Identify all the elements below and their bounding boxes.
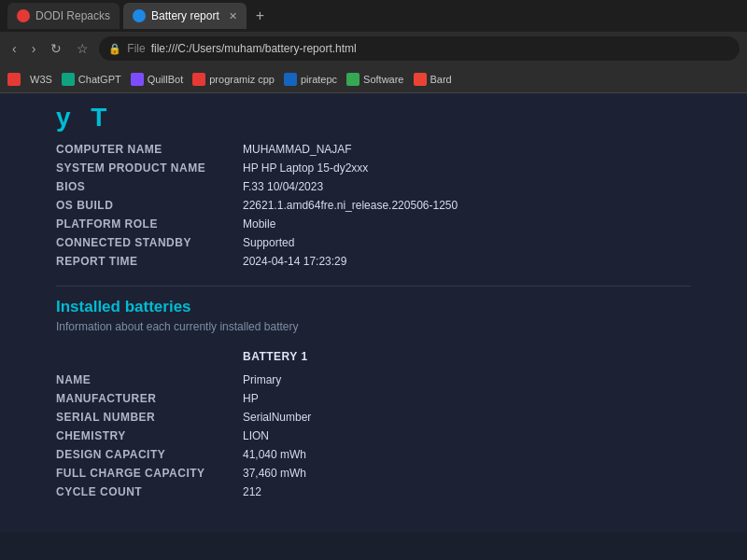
youtube-icon <box>7 73 21 86</box>
bookmark-button[interactable]: ☆ <box>72 39 93 58</box>
page-content: y T COMPUTER NAME MUHAMMAD_NAJAF SYSTEM … <box>0 93 747 532</box>
info-row-platform-role: PLATFORM ROLE Mobile <box>56 215 691 233</box>
info-row-system-product: SYSTEM PRODUCT NAME HP HP Laptop 15-dy2x… <box>56 159 691 177</box>
forward-button[interactable]: › <box>27 39 41 58</box>
value-serial-number: SerialNumber <box>243 411 311 424</box>
software-icon <box>346 73 359 86</box>
battery-tab-icon <box>133 9 146 22</box>
lock-icon: 🔒 <box>108 43 121 55</box>
bard-label: Bard <box>430 74 452 85</box>
bookmark-quillbot[interactable]: QuillBot <box>131 73 184 86</box>
chatgpt-icon <box>62 73 75 86</box>
tab-dodi[interactable]: DODI Repacks <box>7 3 120 29</box>
batteries-section-subtitle: Information about each currently install… <box>56 320 691 333</box>
value-connected-standby: Supported <box>243 236 294 249</box>
value-battery-name: Primary <box>243 373 281 386</box>
reload-button[interactable]: ↻ <box>46 39 66 58</box>
value-report-time: 2024-04-14 17:23:29 <box>243 255 346 268</box>
bookmark-chatgpt[interactable]: ChatGPT <box>62 73 121 86</box>
value-cycle-count: 212 <box>243 485 261 498</box>
label-os-build: OS BUILD <box>56 199 243 212</box>
installed-batteries-section: Installed batteries Information about ea… <box>56 298 691 501</box>
value-chemistry: LION <box>243 429 269 442</box>
value-bios: F.33 10/04/2023 <box>243 180 323 193</box>
bookmark-youtube[interactable] <box>7 73 21 86</box>
tab-battery[interactable]: Battery report ✕ <box>123 3 247 29</box>
page-header-accent: y T <box>56 103 691 133</box>
value-design-capacity: 41,040 mWh <box>243 448 306 461</box>
piratepc-icon <box>284 73 297 86</box>
piratepc-label: piratepc <box>301 74 337 85</box>
tab-bar: DODI Repacks Battery report ✕ + <box>0 0 747 32</box>
label-full-charge-capacity: FULL CHARGE CAPACITY <box>56 467 243 480</box>
info-row-bios: BIOS F.33 10/04/2023 <box>56 177 691 196</box>
file-label: File <box>127 42 145 55</box>
battery-row-name: NAME Primary <box>56 371 691 389</box>
battery-row-design-capacity: DESIGN CAPACITY 41,040 mWh <box>56 445 691 464</box>
address-bar[interactable]: 🔒 File file:///C:/Users/muham/battery-re… <box>99 36 740 61</box>
value-system-product: HP HP Laptop 15-dy2xxx <box>243 161 368 175</box>
bookmark-software[interactable]: Software <box>346 73 403 86</box>
batteries-section-title: Installed batteries <box>56 298 691 316</box>
battery-header-row: BATTERY 1 <box>56 346 691 367</box>
system-info-table: COMPUTER NAME MUHAMMAD_NAJAF SYSTEM PROD… <box>56 140 691 271</box>
label-serial-number: SERIAL NUMBER <box>56 411 243 424</box>
label-computer-name: COMPUTER NAME <box>56 143 243 156</box>
info-row-report-time: REPORT TIME 2024-04-14 17:23:29 <box>56 252 691 271</box>
address-url: file:///C:/Users/muham/battery-report.ht… <box>151 42 357 55</box>
tab-dodi-label: DODI Repacks <box>35 9 110 22</box>
bookmarks-bar: W3S ChatGPT QuillBot programiz cpp pirat… <box>0 65 747 93</box>
bookmark-piratepc[interactable]: piratepc <box>284 73 337 86</box>
nav-bar: ‹ › ↻ ☆ 🔒 File file:///C:/Users/muham/ba… <box>0 32 747 65</box>
tab-battery-label: Battery report <box>151 9 219 22</box>
label-system-product: SYSTEM PRODUCT NAME <box>56 161 243 175</box>
value-manufacturer: HP <box>243 392 259 405</box>
label-battery-name: NAME <box>56 373 243 386</box>
value-computer-name: MUHAMMAD_NAJAF <box>243 143 352 156</box>
battery-row-chemistry: CHEMISTRY LION <box>56 427 691 445</box>
bookmark-programiz[interactable]: programiz cpp <box>192 73 275 86</box>
label-cycle-count: CYCLE COUNT <box>56 485 243 498</box>
battery-col-header: BATTERY 1 <box>243 350 308 363</box>
value-os-build: 22621.1.amd64fre.ni_release.220506-1250 <box>243 199 458 212</box>
chatgpt-label: ChatGPT <box>78 74 121 85</box>
battery-row-full-charge: FULL CHARGE CAPACITY 37,460 mWh <box>56 464 691 483</box>
quillbot-icon <box>131 73 144 86</box>
info-row-connected-standby: CONNECTED STANDBY Supported <box>56 233 691 252</box>
tab-close-icon[interactable]: ✕ <box>229 10 237 22</box>
dodi-tab-icon <box>17 9 30 22</box>
battery-row-serial: SERIAL NUMBER SerialNumber <box>56 408 691 427</box>
new-tab-button[interactable]: + <box>250 7 270 24</box>
bard-icon <box>414 73 427 86</box>
label-chemistry: CHEMISTRY <box>56 429 243 442</box>
section-divider <box>56 286 691 287</box>
label-connected-standby: CONNECTED STANDBY <box>56 236 243 249</box>
label-manufacturer: MANUFACTURER <box>56 392 243 405</box>
value-platform-role: Mobile <box>243 217 275 231</box>
battery-col-empty <box>56 350 243 363</box>
programiz-label: programiz cpp <box>209 74 275 85</box>
info-row-os-build: OS BUILD 22621.1.amd64fre.ni_release.220… <box>56 196 691 215</box>
battery-row-manufacturer: MANUFACTURER HP <box>56 389 691 408</box>
bookmark-w3s[interactable]: W3S <box>30 74 52 85</box>
info-row-computer-name: COMPUTER NAME MUHAMMAD_NAJAF <box>56 140 691 159</box>
label-design-capacity: DESIGN CAPACITY <box>56 448 243 461</box>
label-report-time: REPORT TIME <box>56 255 243 268</box>
back-button[interactable]: ‹ <box>7 39 21 58</box>
bookmark-bard[interactable]: Bard <box>414 73 452 86</box>
programiz-icon <box>192 73 205 86</box>
label-bios: BIOS <box>56 180 243 193</box>
software-label: Software <box>363 74 403 85</box>
value-full-charge-capacity: 37,460 mWh <box>243 467 306 480</box>
battery-row-cycle-count: CYCLE COUNT 212 <box>56 483 691 501</box>
battery-info-table: NAME Primary MANUFACTURER HP SERIAL NUMB… <box>56 371 691 501</box>
label-platform-role: PLATFORM ROLE <box>56 217 243 231</box>
w3s-label: W3S <box>30 74 52 85</box>
quillbot-label: QuillBot <box>148 74 184 85</box>
